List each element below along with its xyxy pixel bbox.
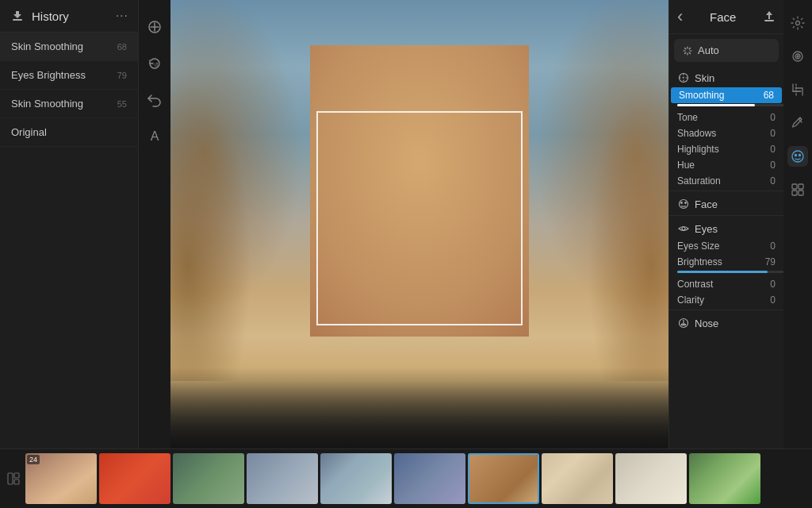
svg-rect-21 xyxy=(792,190,797,195)
filmstrip-thumb-4[interactable] xyxy=(247,453,318,504)
brightness-label: Brightness xyxy=(677,256,760,267)
svg-point-8 xyxy=(682,227,685,230)
svg-point-10 xyxy=(681,324,683,325)
eyes-size-value: 0 xyxy=(760,241,776,252)
filmstrip-thumb-2[interactable] xyxy=(99,453,170,504)
filmstrip-thumb-6[interactable] xyxy=(394,453,465,504)
nose-section-label: Nose xyxy=(695,318,718,329)
smoothing-label: Smoothing xyxy=(679,90,758,101)
undo-tool-icon[interactable] xyxy=(144,89,166,111)
svg-point-6 xyxy=(681,202,683,204)
face-section-header: Face xyxy=(669,193,783,214)
history-item[interactable]: Skin Smoothing 55 xyxy=(0,90,138,118)
history-item-value: 68 xyxy=(117,42,127,52)
filmstrip-thumb-8[interactable] xyxy=(542,453,613,504)
svg-rect-3 xyxy=(764,20,774,21)
upload-button[interactable] xyxy=(763,10,776,25)
svg-point-17 xyxy=(795,155,797,156)
history-item[interactable]: Skin Smoothing 68 xyxy=(0,33,138,61)
history-item-name: Skin Smoothing xyxy=(11,40,83,52)
auto-button[interactable]: Auto xyxy=(674,39,779,62)
clarity-value: 0 xyxy=(760,294,776,306)
svg-point-7 xyxy=(685,202,687,204)
contrast-label: Contrast xyxy=(677,279,760,290)
svg-rect-25 xyxy=(14,479,19,484)
brightness-fill xyxy=(677,271,768,273)
history-item-name: Original xyxy=(11,126,47,138)
brightness-value: 79 xyxy=(760,256,776,267)
filmstrip-thumb-7[interactable] xyxy=(468,453,539,504)
hue-slider-row[interactable]: Hue 0 xyxy=(669,157,783,173)
clarity-slider-row[interactable]: Clarity 0 xyxy=(669,292,783,308)
contrast-slider-row[interactable]: Contrast 0 xyxy=(669,276,783,292)
photo-background xyxy=(170,0,668,448)
svg-point-12 xyxy=(796,21,800,25)
face-section-icon xyxy=(677,198,690,210)
filmstrip-thumb-3[interactable] xyxy=(173,453,244,504)
tone-slider-row[interactable]: Tone 0 xyxy=(669,110,783,125)
contrast-value: 0 xyxy=(760,279,776,290)
filmstrip-thumb-5[interactable] xyxy=(320,453,392,504)
history-item-value: 79 xyxy=(117,71,127,80)
history-title: History xyxy=(32,10,69,23)
history-list: Skin Smoothing 68 Eyes Brightness 79 Ski… xyxy=(0,33,138,448)
eyes-size-label: Eyes Size xyxy=(677,241,760,252)
brush-icon[interactable] xyxy=(787,113,808,133)
right-toolbar xyxy=(783,0,812,448)
grid-icon[interactable] xyxy=(787,179,808,200)
saturation-label: Saturation xyxy=(677,175,760,187)
settings-icon[interactable] xyxy=(787,13,808,33)
crop-icon[interactable] xyxy=(787,79,808,100)
canvas-area xyxy=(170,0,668,448)
filmstrip-thumb-10[interactable] xyxy=(689,453,760,504)
auto-label: Auto xyxy=(698,44,719,56)
lens-icon[interactable] xyxy=(787,46,808,67)
refresh-tool-icon[interactable]: ↺ xyxy=(144,52,166,75)
hue-value: 0 xyxy=(760,160,776,171)
nose-section-header[interactable]: Nose xyxy=(669,312,783,333)
history-item-name: Skin Smoothing xyxy=(11,98,83,110)
highlights-value: 0 xyxy=(760,144,776,155)
face-panel: ‹ Face Auto Skin xyxy=(668,0,783,448)
smoothing-value: 68 xyxy=(758,90,774,101)
eyes-section-icon xyxy=(677,222,690,235)
saturation-slider-row[interactable]: Saturation 0 xyxy=(669,173,783,189)
face-tool-icon[interactable] xyxy=(787,146,808,167)
svg-rect-0 xyxy=(13,19,22,21)
filmstrip-thumb-1[interactable]: 24 xyxy=(25,453,97,504)
face-section-label: Face xyxy=(695,198,718,210)
more-options-button[interactable]: ··· xyxy=(116,9,128,23)
brightness-slider-row[interactable]: Brightness 79 xyxy=(669,254,783,270)
hue-label: Hue xyxy=(677,160,760,171)
brightness-track xyxy=(677,271,783,273)
tone-label: Tone xyxy=(677,112,760,123)
history-header: History ··· xyxy=(0,0,138,33)
back-button[interactable]: ‹ xyxy=(677,6,683,27)
history-item[interactable]: Original xyxy=(0,118,138,147)
filmstrip-layout-icon[interactable] xyxy=(4,469,23,488)
svg-rect-20 xyxy=(799,184,803,189)
history-item[interactable]: Eyes Brightness 79 xyxy=(0,61,138,90)
shadows-label: Shadows xyxy=(677,128,760,139)
filmstrip-thumb-9[interactable] xyxy=(615,453,687,504)
add-tool-icon[interactable] xyxy=(144,16,166,38)
skin-icon xyxy=(677,71,690,84)
saturation-value: 0 xyxy=(760,175,776,187)
highlights-slider-row[interactable]: Highlights 0 xyxy=(669,141,783,157)
smoothing-slider-row[interactable]: Smoothing 68 xyxy=(671,87,782,103)
shadows-slider-row[interactable]: Shadows 0 xyxy=(669,125,783,141)
text-tool-icon[interactable]: A xyxy=(144,125,166,148)
face-panel-title: Face xyxy=(710,10,736,24)
highlights-label: Highlights xyxy=(677,144,760,155)
face-panel-header: ‹ Face xyxy=(669,0,783,34)
filmstrip: 24 xyxy=(0,448,812,508)
svg-rect-19 xyxy=(792,184,797,189)
history-item-name: Eyes Brightness xyxy=(11,69,86,81)
svg-point-18 xyxy=(799,155,801,156)
skin-section-header: Skin xyxy=(669,67,783,87)
svg-point-16 xyxy=(792,151,803,162)
download-icon[interactable] xyxy=(10,8,25,24)
left-toolbar: ↺ A xyxy=(139,0,170,448)
svg-rect-24 xyxy=(14,473,19,478)
eyes-size-slider-row[interactable]: Eyes Size 0 xyxy=(669,238,783,254)
